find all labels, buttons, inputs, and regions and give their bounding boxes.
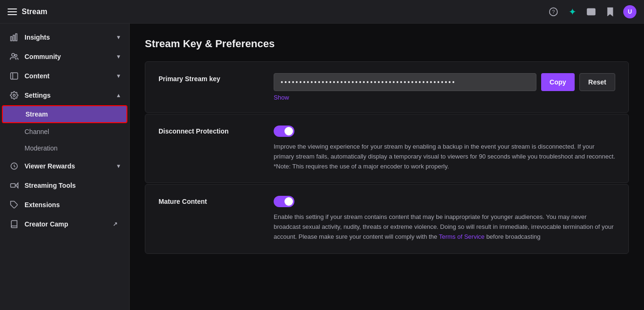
sidebar-streaming-tools-label: Streaming Tools xyxy=(25,182,76,189)
svg-rect-8 xyxy=(11,73,18,79)
sidebar-community-label: Community xyxy=(25,53,61,60)
sidebar-item-creator-camp[interactable]: Creator Camp ↗ xyxy=(2,215,127,234)
help-icon[interactable]: ? xyxy=(548,6,559,17)
svg-point-7 xyxy=(15,55,17,57)
disconnect-description: Improve the viewing experience for your … xyxy=(274,142,615,171)
svg-rect-4 xyxy=(13,35,15,41)
stream-key-control: Copy Reset Show xyxy=(274,73,615,101)
streaming-tools-icon xyxy=(9,181,19,190)
insights-icon xyxy=(9,33,19,42)
sidebar: Insights ▾ Community ▾ Content ▾ xyxy=(0,24,130,310)
disconnect-row: Disconnect Protection Improve the viewin… xyxy=(159,126,615,171)
stream-key-card: Primary Stream key Copy Reset Show xyxy=(145,61,629,113)
sidebar-insights-label: Insights xyxy=(25,34,50,41)
insights-chevron: ▾ xyxy=(117,34,120,41)
sidebar-item-settings[interactable]: Settings ▴ xyxy=(2,86,127,105)
community-icon xyxy=(9,52,19,61)
svg-rect-12 xyxy=(11,184,16,187)
stream-key-label: Primary Stream key xyxy=(159,73,262,83)
sidebar-item-community[interactable]: Community ▾ xyxy=(2,47,127,66)
sidebar-creator-camp-label: Creator Camp xyxy=(25,220,68,228)
sidebar-extensions-label: Extensions xyxy=(25,201,60,209)
reset-button[interactable]: Reset xyxy=(579,73,615,91)
creator-camp-icon xyxy=(9,219,19,229)
sidebar-item-extensions[interactable]: Extensions xyxy=(2,195,127,214)
disconnect-toggle[interactable] xyxy=(274,126,294,137)
mature-toggle-knob xyxy=(284,197,293,206)
mature-toggle[interactable] xyxy=(274,196,294,207)
stream-key-row-container: Primary Stream key Copy Reset Show xyxy=(159,73,615,101)
menu-icon[interactable] xyxy=(8,7,17,17)
mature-label: Mature Content xyxy=(159,196,262,205)
terms-link[interactable]: Terms of Service xyxy=(439,233,485,240)
topnav-title: Stream xyxy=(22,8,47,16)
svg-text:?: ? xyxy=(552,9,555,15)
external-link-icon: ↗ xyxy=(110,219,120,229)
sidebar-item-content[interactable]: Content ▾ xyxy=(2,67,127,85)
page-title: Stream Key & Preferences xyxy=(145,38,629,50)
viewer-rewards-icon xyxy=(9,161,19,171)
mature-control: Enable this setting if your stream conta… xyxy=(274,196,615,242)
sidebar-settings-label: Settings xyxy=(25,92,50,99)
settings-icon xyxy=(9,91,19,100)
viewer-rewards-chevron: ▾ xyxy=(117,163,120,169)
mature-row: Mature Content Enable this setting if yo… xyxy=(159,196,615,242)
content-icon xyxy=(9,71,19,81)
community-chevron: ▾ xyxy=(117,53,120,60)
stream-key-input[interactable] xyxy=(274,73,536,91)
sidebar-viewer-rewards-label: Viewer Rewards xyxy=(25,162,75,170)
disconnect-control: Improve the viewing experience for your … xyxy=(274,126,615,171)
svg-point-6 xyxy=(12,53,15,56)
sidebar-subitem-stream[interactable]: Stream xyxy=(2,105,127,123)
svg-marker-13 xyxy=(16,183,18,188)
topnav: Stream ? ✦ U xyxy=(0,0,644,24)
layout: Insights ▾ Community ▾ Content ▾ xyxy=(0,24,644,310)
avatar[interactable]: U xyxy=(623,5,636,18)
sidebar-item-streaming-tools[interactable]: Streaming Tools xyxy=(2,176,127,195)
disconnect-label: Disconnect Protection xyxy=(159,126,262,135)
content-chevron: ▾ xyxy=(117,73,120,79)
copy-button[interactable]: Copy xyxy=(541,73,575,91)
toggle-knob xyxy=(284,127,293,135)
mail-icon[interactable] xyxy=(585,6,597,17)
mature-description: Enable this setting if your stream conta… xyxy=(274,212,615,242)
svg-rect-3 xyxy=(11,37,12,41)
topnav-left: Stream xyxy=(8,7,548,17)
topnav-icons: ? ✦ U xyxy=(548,5,636,18)
main-content: Stream Key & Preferences Primary Stream … xyxy=(130,24,644,310)
settings-chevron: ▴ xyxy=(117,92,120,99)
svg-point-10 xyxy=(13,94,16,97)
extensions-icon xyxy=(9,200,19,209)
sidebar-subitem-channel[interactable]: Channel xyxy=(2,124,127,140)
sidebar-content-label: Content xyxy=(25,72,50,80)
stream-key-input-row: Copy Reset xyxy=(274,73,615,91)
mature-content-card: Mature Content Enable this setting if yo… xyxy=(145,184,629,253)
show-key-link[interactable]: Show xyxy=(274,94,289,101)
ai-icon[interactable]: ✦ xyxy=(567,6,578,17)
sidebar-subitem-moderation[interactable]: Moderation xyxy=(2,140,127,156)
svg-rect-5 xyxy=(16,34,17,41)
disconnect-protection-card: Disconnect Protection Improve the viewin… xyxy=(145,114,629,183)
sidebar-item-viewer-rewards[interactable]: Viewer Rewards ▾ xyxy=(2,157,127,176)
bookmark-icon[interactable] xyxy=(604,6,616,17)
sidebar-item-insights[interactable]: Insights ▾ xyxy=(2,28,127,47)
